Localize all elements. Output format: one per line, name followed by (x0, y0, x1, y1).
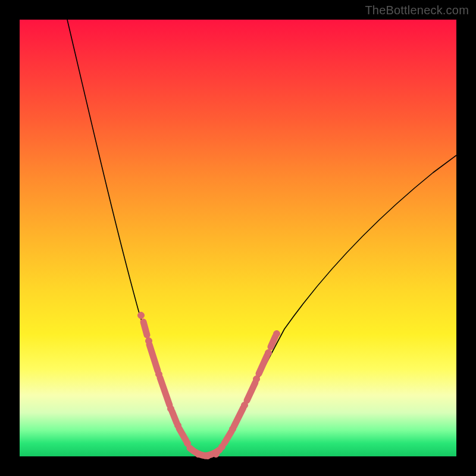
svg-point-9 (219, 444, 226, 450)
watermark-label: TheBottleneck.com (365, 4, 469, 17)
svg-point-4 (175, 422, 181, 429)
curve-layer (20, 20, 456, 456)
plot-area (20, 20, 456, 456)
svg-point-1 (146, 338, 152, 345)
svg-point-3 (168, 406, 174, 412)
svg-point-0 (138, 312, 145, 319)
svg-point-5 (184, 440, 191, 447)
svg-point-13 (265, 350, 272, 356)
svg-point-14 (274, 331, 280, 337)
svg-point-7 (205, 453, 211, 459)
svg-point-10 (230, 426, 236, 433)
bead-dots (138, 312, 280, 459)
svg-point-2 (156, 371, 162, 378)
svg-point-6 (195, 451, 202, 458)
svg-point-8 (213, 451, 220, 458)
svg-point-11 (242, 402, 248, 409)
svg-point-12 (253, 376, 260, 383)
chart-stage: TheBottleneck.com (0, 0, 476, 476)
curve-left-branch (67, 20, 198, 454)
curve-right-branch (216, 155, 456, 454)
